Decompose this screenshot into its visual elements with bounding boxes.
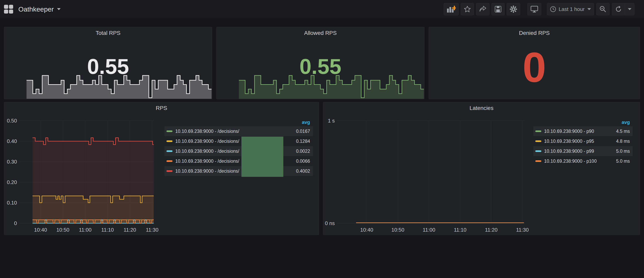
dashboard-title[interactable]: Oathkeeper [18, 5, 54, 13]
svg-text:0.20: 0.20 [7, 179, 17, 185]
svg-text:10:50: 10:50 [392, 227, 404, 233]
stat-value-allowed-rps: 0.55 [216, 55, 424, 78]
legend-row[interactable]: 10.10.69.238:9000 - /decisions/0.1284 [164, 136, 313, 146]
series-label[interactable]: 10.10.69.238:9000 - p100 [544, 159, 616, 164]
svg-text:11:30: 11:30 [146, 227, 158, 233]
series-avg-value: 5.0 ms [616, 149, 633, 154]
legend-row[interactable]: 10.10.69.238:9000 - /decisions/0.0167 [164, 126, 313, 136]
series-color-swatch[interactable] [535, 130, 541, 132]
series-color-swatch[interactable] [166, 170, 172, 172]
refresh-caret-icon [628, 8, 632, 10]
series-avg-value: 0.1284 [296, 139, 313, 144]
series-label[interactable]: 10.10.69.238:9000 - p99 [544, 149, 616, 154]
stat-value-total-rps: 0.55 [4, 55, 212, 78]
panel-title-latencies[interactable]: Latencies [323, 105, 640, 111]
svg-text:0.30: 0.30 [7, 159, 17, 165]
panel-denied-rps: Denied RPS 0 [429, 27, 640, 99]
series-label[interactable]: 10.10.69.238:9000 - /decisions/ [175, 129, 296, 134]
svg-text:10:40: 10:40 [360, 227, 373, 233]
rps-legend: avg10.10.69.238:9000 - /decisions/0.0167… [164, 119, 313, 176]
total-rps-sparkline [26, 75, 212, 99]
svg-text:11:20: 11:20 [124, 227, 136, 233]
time-range-caret-icon [588, 8, 591, 10]
series-color-swatch[interactable] [166, 130, 172, 132]
top-navbar: Oathkeeper [0, 0, 644, 18]
series-avg-value: 0.0167 [296, 129, 313, 134]
series-color-swatch[interactable] [535, 160, 541, 162]
series-avg-value: 4.8 ms [616, 139, 633, 144]
svg-text:10:40: 10:40 [34, 227, 47, 233]
settings-button[interactable] [507, 3, 520, 15]
refresh-button[interactable] [612, 3, 625, 15]
refresh-interval-dropdown[interactable] [625, 3, 634, 15]
series-color-swatch[interactable] [166, 150, 172, 152]
svg-text:11:20: 11:20 [485, 227, 498, 233]
time-range-picker[interactable]: Last 1 hour [547, 3, 594, 15]
series-color-swatch[interactable] [166, 160, 172, 162]
series-avg-value: 0.0022 [296, 149, 313, 154]
legend-avg-header[interactable]: avg [164, 119, 313, 126]
panel-allowed-rps: Allowed RPS 0.55 [216, 27, 424, 99]
panel-title-denied-rps[interactable]: Denied RPS [429, 30, 640, 36]
svg-text:10:50: 10:50 [56, 227, 70, 233]
legend-row[interactable]: 10.10.69.238:9000 - /decisions/0.4002 [164, 166, 313, 176]
star-button[interactable] [461, 3, 474, 15]
legend-overlay-rectangle [242, 137, 283, 177]
latencies-legend: avg10.10.69.238:9000 - p904.5 ms10.10.69… [533, 119, 633, 166]
series-color-swatch[interactable] [535, 150, 541, 152]
legend-avg-header[interactable]: avg [533, 119, 633, 126]
panel-title-rps[interactable]: RPS [4, 105, 319, 111]
stat-value-denied-rps: 0 [429, 45, 640, 89]
series-color-swatch[interactable] [535, 140, 541, 142]
dashboard-title-caret-icon[interactable] [57, 8, 60, 10]
zoom-out-icon [599, 5, 606, 13]
zoom-out-button[interactable] [596, 3, 610, 15]
panel-total-rps: Total RPS 0.55 [4, 27, 212, 99]
legend-row[interactable]: 10.10.69.238:9000 - p1005.0 ms [533, 156, 633, 166]
share-button[interactable] [476, 3, 490, 15]
allowed-rps-sparkline [239, 75, 424, 99]
legend-row[interactable]: 10.10.69.238:9000 - p904.5 ms [533, 126, 633, 136]
svg-text:11:30: 11:30 [516, 227, 528, 233]
cycle-view-button[interactable] [527, 3, 541, 15]
panel-latencies-chart: Latencies 1 s0 ns10:4010:5011:0011:1011:… [323, 102, 640, 235]
add-panel-icon [446, 5, 456, 13]
svg-text:0.10: 0.10 [7, 200, 17, 206]
series-avg-value: 0.0066 [296, 159, 313, 164]
svg-text:11:10: 11:10 [454, 227, 466, 233]
svg-text:11:10: 11:10 [101, 227, 114, 233]
svg-text:11:00: 11:00 [79, 227, 92, 233]
series-avg-value: 4.5 ms [616, 129, 633, 134]
clock-icon [550, 6, 556, 12]
add-panel-button[interactable] [444, 3, 459, 15]
svg-text:11:00: 11:00 [423, 227, 435, 233]
legend-row[interactable]: 10.10.69.238:9000 - /decisions/0.0022 [164, 146, 313, 156]
series-color-swatch[interactable] [166, 140, 172, 142]
save-button[interactable] [492, 3, 505, 15]
series-label[interactable]: 10.10.69.238:9000 - p90 [544, 129, 616, 134]
panel-title-total-rps[interactable]: Total RPS [4, 30, 212, 36]
legend-row[interactable]: 10.10.69.238:9000 - p954.8 ms [533, 136, 633, 146]
share-icon [479, 5, 486, 13]
svg-text:0: 0 [14, 220, 17, 226]
series-avg-value: 0.4002 [296, 168, 313, 174]
refresh-icon [615, 5, 622, 13]
legend-row[interactable]: 10.10.69.238:9000 - /decisions/0.0066 [164, 156, 313, 166]
refresh-button-group [612, 3, 634, 15]
svg-text:1 s: 1 s [328, 118, 335, 124]
save-icon [494, 5, 502, 13]
svg-text:0 ns: 0 ns [325, 220, 335, 226]
panel-rps-chart: RPS 00.100.200.300.400.5010:4010:5011:00… [4, 102, 319, 235]
gear-icon [510, 5, 517, 13]
time-range-label: Last 1 hour [559, 6, 584, 12]
series-label[interactable]: 10.10.69.238:9000 - p95 [544, 139, 616, 144]
apps-grid-icon[interactable] [4, 5, 13, 13]
series-avg-value: 5.0 ms [616, 159, 633, 164]
panel-title-allowed-rps[interactable]: Allowed RPS [216, 30, 424, 36]
legend-row[interactable]: 10.10.69.238:9000 - p995.0 ms [533, 146, 633, 156]
star-icon [464, 5, 471, 13]
svg-text:0.40: 0.40 [7, 138, 17, 144]
monitor-icon [530, 5, 538, 13]
svg-text:0.50: 0.50 [7, 118, 17, 124]
